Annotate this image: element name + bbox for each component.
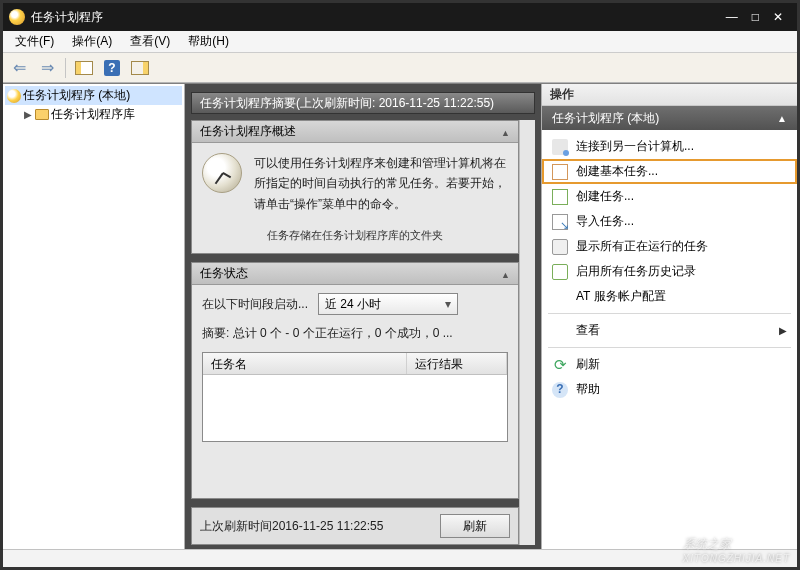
separator [548,347,791,348]
clock-large-icon [202,153,242,193]
summary-pane: 任务计划程序摘要(上次刷新时间: 2016-11-25 11:22:55) 任务… [185,84,541,549]
action-label: 查看 [576,322,600,339]
task-table[interactable]: 任务名 运行结果 [202,352,508,442]
status-panel: 任务状态 在以下时间段启动... 近 24 小时 摘要: 总计 0 个 - 0 … [191,262,519,499]
action-blank[interactable]: AT 服务帐户配置 [542,284,797,309]
overview-title: 任务计划程序概述 [200,123,296,140]
maximize-button[interactable]: □ [752,10,759,24]
forward-button[interactable] [35,56,59,80]
document-icon [552,164,568,180]
action-label: 导入任务... [576,213,634,230]
toolbar-separator [65,58,66,78]
status-summary: 摘要: 总计 0 个 - 0 个正在运行，0 个成功，0 ... [202,325,508,342]
status-title: 任务状态 [200,265,248,282]
time-range-value: 近 24 小时 [325,296,381,313]
panel-right-icon [131,61,149,75]
status-panel-header[interactable]: 任务状态 [192,263,518,285]
arrow-left-icon [13,58,26,77]
overview-panel: 任务计划程序概述 可以使用任务计划程序来创建和管理计算机将在所指定的时间自动执行… [191,120,519,254]
chevron-up-icon[interactable]: ▲ [777,113,787,124]
action-label: 创建基本任务... [576,163,658,180]
tree-pane[interactable]: 任务计划程序 (本地) ▶ 任务计划程序库 [3,84,185,549]
tree-root-label: 任务计划程序 (本地) [23,87,130,104]
summary-header: 任务计划程序摘要(上次刷新时间: 2016-11-25 11:22:55) [191,92,535,114]
title-bar: 任务计划程序 — □ ✕ [3,3,797,31]
time-range-label: 在以下时间段启动... [202,296,308,313]
connect-icon [552,139,568,155]
refresh-button[interactable]: 刷新 [440,514,510,538]
import-icon [552,214,568,230]
actions-context-label: 任务计划程序 (本地) [552,110,659,127]
close-button[interactable]: ✕ [773,10,783,24]
minimize-button[interactable]: — [726,10,738,24]
action-label: AT 服务帐户配置 [576,288,666,305]
action-doc-g[interactable]: 创建任务... [542,184,797,209]
history-icon [552,264,568,280]
chevron-right-icon: ▶ [779,325,787,336]
action-refresh[interactable]: ⟳刷新 [542,352,797,377]
menu-action[interactable]: 操作(A) [64,31,120,52]
toolbar: ? [3,53,797,83]
collapse-icon[interactable] [501,125,510,139]
action-label: 帮助 [576,381,600,398]
action-label: 刷新 [576,356,600,373]
separator [548,313,791,314]
task-table-header: 任务名 运行结果 [203,353,507,375]
overview-panel-header[interactable]: 任务计划程序概述 [192,121,518,143]
menu-view[interactable]: 查看(V) [122,31,178,52]
action-connect[interactable]: 连接到另一台计算机... [542,134,797,159]
window-title: 任务计划程序 [31,9,726,26]
tree-library-node[interactable]: ▶ 任务计划程序库 [5,105,182,124]
action-help[interactable]: ?帮助 [542,377,797,402]
refresh-icon: ⟳ [552,357,568,373]
menu-help[interactable]: 帮助(H) [180,31,237,52]
action-label: 显示所有正在运行的任务 [576,238,708,255]
status-bar [3,549,797,567]
panel-left-icon [75,61,93,75]
tree-library-label: 任务计划程序库 [51,106,135,123]
action-running[interactable]: 显示所有正在运行的任务 [542,234,797,259]
action-label: 创建任务... [576,188,634,205]
clock-icon [7,89,21,103]
col-run-result[interactable]: 运行结果 [407,353,507,374]
last-refresh-text: 上次刷新时间2016-11-25 11:22:55 [200,518,432,535]
help-icon: ? [552,382,568,398]
overview-truncated-text: 任务存储在任务计划程序库的文件夹 [202,228,508,243]
show-hide-tree-button[interactable] [72,56,96,80]
tree-root-node[interactable]: 任务计划程序 (本地) [5,86,182,105]
action-import[interactable]: 导入任务... [542,209,797,234]
summary-header-text: 任务计划程序摘要(上次刷新时间: 2016-11-25 11:22:55) [200,95,494,112]
clock-icon [9,9,25,25]
folder-icon [35,109,49,120]
actions-pane-title: 操作 [542,84,797,106]
action-label: 连接到另一台计算机... [576,138,694,155]
help-icon: ? [104,60,120,76]
action-label: 启用所有任务历史记录 [576,263,696,280]
document-icon [552,189,568,205]
vertical-scrollbar[interactable] [519,120,535,545]
overview-description: 可以使用任务计划程序来创建和管理计算机将在所指定的时间自动执行的常见任务。若要开… [254,153,508,214]
help-toolbar-button[interactable]: ? [100,56,124,80]
actions-context-header: 任务计划程序 (本地) ▲ [542,106,797,130]
app-window: 任务计划程序 — □ ✕ 文件(F) 操作(A) 查看(V) 帮助(H) ? 任… [0,0,800,570]
action-blank[interactable]: 查看▶ [542,318,797,343]
refresh-bar: 上次刷新时间2016-11-25 11:22:55 刷新 [191,507,519,545]
time-range-combo[interactable]: 近 24 小时 [318,293,458,315]
blank-icon [552,323,568,339]
collapse-icon[interactable] [501,267,510,281]
content-area: 任务计划程序 (本地) ▶ 任务计划程序库 任务计划程序摘要(上次刷新时间: 2… [3,83,797,549]
col-task-name[interactable]: 任务名 [203,353,407,374]
back-button[interactable] [7,56,31,80]
arrow-right-icon [41,58,54,77]
menu-file[interactable]: 文件(F) [7,31,62,52]
blank-icon [552,289,568,305]
running-tasks-icon [552,239,568,255]
show-hide-actions-button[interactable] [128,56,152,80]
actions-list: 连接到另一台计算机...创建基本任务...创建任务...导入任务...显示所有正… [542,130,797,549]
actions-pane: 操作 任务计划程序 (本地) ▲ 连接到另一台计算机...创建基本任务...创建… [541,84,797,549]
expand-icon[interactable]: ▶ [23,109,33,120]
action-doc[interactable]: 创建基本任务... [542,159,797,184]
menu-bar: 文件(F) 操作(A) 查看(V) 帮助(H) [3,31,797,53]
action-history[interactable]: 启用所有任务历史记录 [542,259,797,284]
window-controls: — □ ✕ [726,10,791,24]
